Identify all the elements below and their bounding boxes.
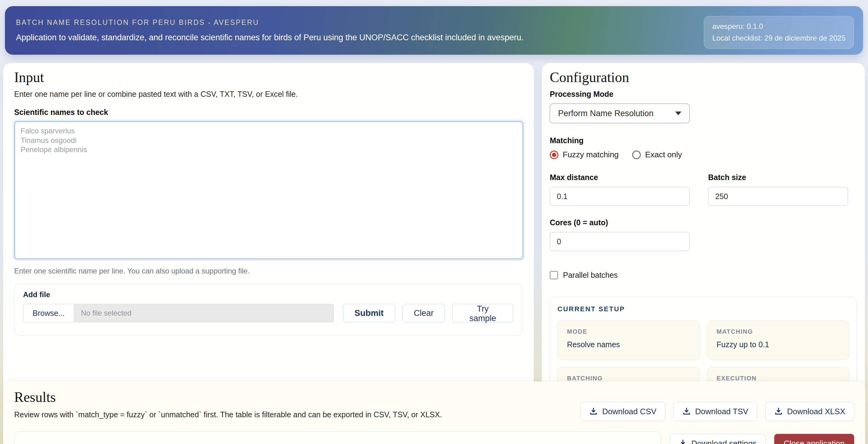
radio-fuzzy-label: Fuzzy matching bbox=[563, 150, 619, 160]
batch-size-input[interactable] bbox=[708, 187, 848, 206]
cores-group: Cores (0 = auto) bbox=[550, 218, 690, 251]
close-application-button[interactable]: Close application bbox=[774, 434, 854, 444]
input-title: Input bbox=[14, 69, 523, 86]
app-subtitle: Application to validate, standardize, an… bbox=[16, 33, 524, 42]
download-tsv-button[interactable]: Download TSV bbox=[673, 402, 757, 421]
setup-card-mode: MODE Resolve names bbox=[557, 320, 700, 360]
submit-button[interactable]: Submit bbox=[343, 304, 395, 322]
checkbox-icon[interactable] bbox=[550, 271, 558, 279]
max-distance-input[interactable] bbox=[550, 187, 690, 206]
checklist-date-text: Local checklist: 29 de diciembre de 2025 bbox=[712, 32, 845, 44]
radio-exact-label: Exact only bbox=[645, 150, 682, 160]
results-text-block: Results Review rows with `match_type = f… bbox=[14, 389, 580, 419]
radio-selected-icon[interactable] bbox=[550, 150, 558, 159]
setup-card-label: BATCHING bbox=[567, 375, 690, 382]
setup-card-label: EXECUTION bbox=[717, 375, 840, 382]
matching-radio-group: Fuzzy matching Exact only bbox=[550, 150, 857, 160]
chevron-down-icon bbox=[675, 111, 681, 115]
radio-fuzzy-matching[interactable]: Fuzzy matching bbox=[550, 150, 619, 160]
max-distance-label: Max distance bbox=[550, 173, 690, 182]
try-sample-button[interactable]: Try sample bbox=[452, 304, 513, 322]
browse-button[interactable]: Browse... bbox=[23, 304, 74, 322]
setup-card-label: MODE bbox=[567, 328, 690, 335]
download-icon bbox=[774, 407, 783, 416]
parallel-batches-label: Parallel batches bbox=[563, 271, 618, 280]
file-row: Browse... No file selected Submit Clear … bbox=[23, 304, 513, 322]
results-panel: Results Review rows with `match_type = f… bbox=[3, 382, 865, 444]
processing-mode-value: Perform Name Resolution bbox=[558, 109, 654, 118]
app-title: BATCH NAME RESOLUTION FOR PERU BIRDS - A… bbox=[16, 19, 524, 27]
file-upload-control[interactable]: Browse... No file selected bbox=[23, 304, 334, 322]
setup-card-value: Resolve names bbox=[567, 340, 690, 349]
add-file-label: Add file bbox=[23, 291, 513, 299]
radio-unselected-icon[interactable] bbox=[632, 150, 641, 159]
download-csv-button[interactable]: Download CSV bbox=[580, 402, 665, 421]
version-text: avesperu: 0.1.0 bbox=[712, 21, 845, 32]
radio-exact-only[interactable]: Exact only bbox=[632, 150, 682, 160]
names-textarea[interactable] bbox=[14, 121, 523, 259]
configuration-title: Configuration bbox=[550, 69, 857, 86]
names-label: Scientific names to check bbox=[14, 108, 523, 117]
download-buttons-row: Download CSV Download TSV Download XLSX bbox=[580, 402, 854, 421]
results-header-row: Results Review rows with `match_type = f… bbox=[14, 389, 854, 419]
download-csv-label: Download CSV bbox=[602, 407, 656, 416]
setup-card-matching: MATCHING Fuzzy up to 0.1 bbox=[707, 320, 849, 360]
setup-card-label: MATCHING bbox=[717, 328, 840, 335]
input-description: Enter one name per line or combine paste… bbox=[14, 90, 523, 99]
version-badge: avesperu: 0.1.0 Local checklist: 29 de d… bbox=[704, 16, 854, 49]
download-settings-button[interactable]: Download settings bbox=[670, 434, 766, 444]
setup-card-value: Fuzzy up to 0.1 bbox=[717, 340, 840, 349]
processing-mode-label: Processing Mode bbox=[550, 90, 857, 99]
close-application-label: Close application bbox=[784, 439, 845, 444]
batch-size-group: Batch size bbox=[708, 173, 848, 206]
names-helper-text: Enter one scientific name per line. You … bbox=[14, 267, 523, 275]
download-settings-label: Download settings bbox=[691, 439, 757, 444]
batch-size-label: Batch size bbox=[708, 173, 848, 182]
max-distance-group: Max distance bbox=[550, 173, 690, 206]
download-icon bbox=[679, 439, 687, 444]
download-icon bbox=[682, 407, 691, 416]
processing-mode-select[interactable]: Perform Name Resolution bbox=[550, 104, 690, 123]
download-icon bbox=[589, 407, 598, 416]
add-file-panel: Add file Browse... No file selected Subm… bbox=[14, 284, 522, 336]
download-tsv-label: Download TSV bbox=[695, 407, 748, 416]
clear-button[interactable]: Clear bbox=[402, 304, 445, 322]
download-xlsx-label: Download XLSX bbox=[787, 407, 845, 416]
parallel-batches-row[interactable]: Parallel batches bbox=[550, 271, 857, 280]
download-xlsx-button[interactable]: Download XLSX bbox=[765, 402, 854, 421]
file-name-text: No file selected bbox=[74, 304, 334, 322]
cores-label: Cores (0 = auto) bbox=[550, 218, 690, 227]
app-header: BATCH NAME RESOLUTION FOR PERU BIRDS - A… bbox=[5, 6, 863, 55]
cores-input[interactable] bbox=[550, 232, 690, 251]
results-title: Results bbox=[14, 389, 580, 405]
app-root: BATCH NAME RESOLUTION FOR PERU BIRDS - A… bbox=[0, 0, 868, 444]
matching-label: Matching bbox=[550, 136, 857, 145]
current-setup-title: CURRENT SETUP bbox=[557, 305, 849, 313]
results-bottom-row: Run metadata Download settings Close app… bbox=[14, 432, 854, 444]
results-description: Review rows with `match_type = fuzzy` or… bbox=[14, 410, 580, 419]
run-metadata-panel[interactable]: Run metadata bbox=[14, 432, 661, 444]
banner-text: BATCH NAME RESOLUTION FOR PERU BIRDS - A… bbox=[5, 19, 535, 42]
distance-batch-row: Max distance Batch size bbox=[550, 173, 857, 206]
